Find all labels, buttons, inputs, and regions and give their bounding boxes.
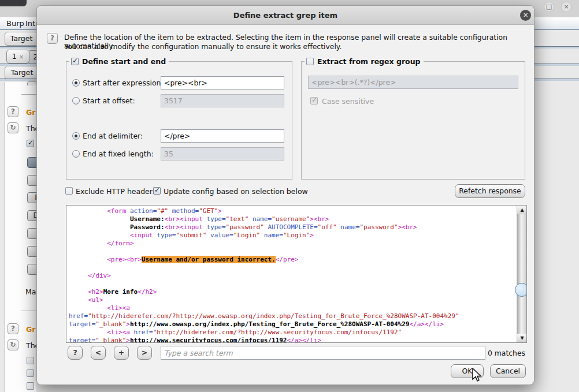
dialog-description-line2: You can also modify the configuration ma… (64, 42, 342, 51)
code-line (69, 280, 459, 288)
dialog-titlebar[interactable]: Define extract grep item (37, 6, 534, 25)
match-count: 0 matches (476, 349, 525, 357)
code-line: href="http://hiderefer.com/?http://www.o… (69, 312, 459, 320)
dialog-title: Define extract grep item (37, 11, 534, 20)
code-line: Username:<br><input type="text" name="us… (69, 215, 459, 223)
response-panel[interactable]: <form action="#" method="GET"> Username:… (66, 205, 527, 343)
reload-icon[interactable]: ↻ (8, 339, 18, 350)
bg-section2-heading: Gr (26, 325, 35, 334)
regex-pattern-input (308, 76, 518, 89)
start-after-expression-input[interactable] (161, 76, 284, 89)
extract-regex-legend: Extract from regex group (305, 57, 424, 66)
check-icon: ✓ (311, 96, 317, 104)
reload-icon[interactable]: ↻ (8, 122, 18, 133)
search-add-button[interactable]: + (114, 346, 129, 360)
extract-regex-label: Extract from regex group (317, 57, 421, 66)
case-sensitive-checkbox: ✓ (310, 97, 318, 104)
subtab-1-close-icon[interactable]: × (19, 54, 24, 60)
tab-target-2[interactable]: Target (5, 66, 39, 80)
bg-left-panel-border (5, 82, 5, 392)
scroll-up-icon[interactable]: ▲ (517, 206, 527, 214)
code-line: <h2>More info</h2> (69, 288, 459, 296)
define-start-end-checkbox[interactable]: ✓ (71, 58, 79, 65)
case-sensitive-label: Case sensitive (322, 97, 374, 106)
define-start-end-label: Define start and end (82, 57, 166, 66)
extract-regex-checkbox[interactable] (306, 58, 314, 65)
end-at-fixed-length-label: End at fixed length: (83, 150, 154, 158)
scrollbar-thumb[interactable] (515, 283, 527, 297)
define-extract-grep-item-dialog: Define extract grep item ✕ ? Define the … (36, 5, 535, 385)
end-at-delimiter-radio[interactable] (72, 132, 80, 140)
bg-checkbox-2[interactable] (27, 369, 34, 377)
code-line: <input type="submit" value="Login" name=… (69, 232, 459, 240)
search-help-button[interactable]: ? (68, 346, 83, 360)
bg-dark-corner (0, 0, 27, 6)
subtab-1-label: 1 (12, 52, 17, 61)
start-at-offset-radio[interactable] (72, 97, 80, 104)
search-next-button[interactable]: > (137, 346, 152, 360)
bg-section1-heading: Gr (26, 108, 35, 117)
code-line: </div> (69, 272, 459, 280)
update-config-label: Update config based on selection below (164, 187, 308, 196)
bg-divider-1 (21, 94, 36, 95)
update-config-checkbox[interactable]: ✓ (153, 187, 161, 195)
code-line: <pre><br>Username and/or password incorr… (69, 256, 459, 264)
code-line: target="_blank">http://www.owasp.org/ind… (69, 320, 459, 328)
define-start-end-legend: ✓Define start and end (69, 57, 169, 66)
code-line (69, 248, 459, 256)
start-at-offset-label: Start at offset: (83, 96, 135, 105)
code-line: target="_blank">http://www.securityfocus… (69, 337, 459, 343)
start-after-expression-label: Start after expression: (83, 79, 164, 87)
end-at-delimiter-input[interactable] (161, 129, 284, 143)
help-icon[interactable]: ? (47, 33, 58, 44)
code-line: <li><a (69, 304, 459, 312)
cancel-button[interactable]: Cancel (490, 364, 526, 378)
tab-target-1[interactable]: Target (5, 32, 38, 46)
code-line: <form action="#" method="GET"> (69, 207, 459, 215)
response-code: <form action="#" method="GET"> Username:… (69, 207, 459, 343)
check-icon: ✓ (72, 57, 78, 65)
help-icon[interactable]: ? (8, 323, 18, 334)
close-window-button[interactable]: × (561, 2, 571, 12)
code-line: Password:<br><input type="password" AUTO… (69, 223, 459, 232)
code-line: </form> (69, 240, 459, 248)
exclude-http-headers-checkbox[interactable] (65, 187, 73, 195)
check-icon: ✓ (154, 186, 160, 194)
exclude-http-headers-label: Exclude HTTP headers (76, 187, 156, 196)
code-line: <li><a href="http://hiderefer.com/?http:… (69, 328, 459, 337)
search-input[interactable] (161, 346, 485, 360)
maximize-button[interactable]: □ (544, 2, 554, 12)
dialog-close-icon[interactable]: ✕ (520, 10, 531, 21)
check-icon: ✓ (28, 139, 34, 147)
code-line: <ul> (69, 296, 459, 304)
start-after-expression-radio[interactable] (72, 79, 80, 87)
bg-divider-2 (21, 311, 36, 311)
mouse-cursor (472, 368, 482, 383)
code-line (69, 264, 459, 272)
start-at-offset-input (161, 94, 284, 107)
refetch-response-button[interactable]: Refetch response (455, 184, 525, 198)
response-scrollbar[interactable]: ▲ ▼ (517, 206, 526, 342)
bg-checkbox-1[interactable] (27, 357, 34, 364)
help-icon[interactable]: ? (8, 106, 18, 117)
menu-burp[interactable]: Burp (6, 19, 24, 28)
end-at-fixed-length-input (161, 147, 284, 160)
subtab-1[interactable]: 1 × (6, 50, 29, 64)
scroll-down-icon[interactable]: ▼ (517, 334, 527, 342)
bg-checkbox-3[interactable] (27, 382, 34, 390)
end-at-delimiter-label: End at delimiter: (83, 132, 143, 140)
end-at-fixed-length-radio[interactable] (72, 150, 80, 158)
search-prev-button[interactable]: < (91, 346, 106, 360)
bg-partial-icon-button[interactable] (27, 81, 37, 85)
bg-checkbox-checked[interactable]: ✓ (27, 140, 34, 147)
